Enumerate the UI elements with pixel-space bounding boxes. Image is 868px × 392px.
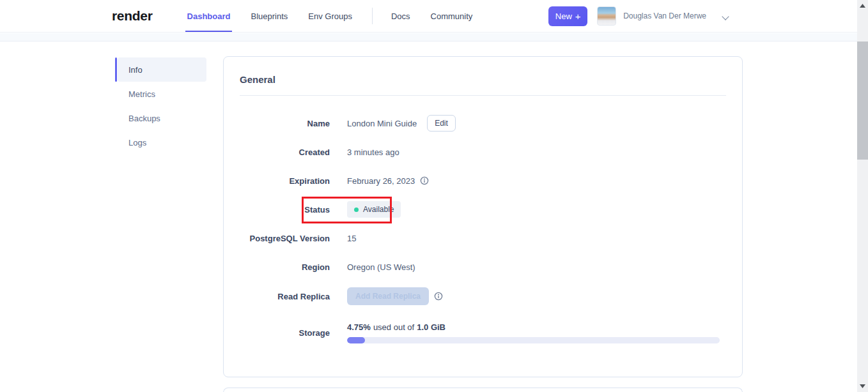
storage-connector-text: used out of bbox=[373, 322, 414, 332]
scrollbar-thumb[interactable] bbox=[857, 41, 868, 160]
nav-dashboard[interactable]: Dashboard bbox=[185, 0, 233, 32]
read-replica-value: Add Read Replica bbox=[347, 287, 443, 305]
postgres-version-label: PostgreSQL Version bbox=[240, 234, 330, 243]
card-title: General bbox=[240, 74, 742, 85]
region-row: Region Oregon (US West) bbox=[224, 259, 742, 275]
general-card: General Name London Mini Guide Edit Crea… bbox=[223, 56, 743, 377]
created-row: Created 3 minutes ago bbox=[224, 144, 742, 160]
storage-progress-bar bbox=[347, 337, 720, 343]
storage-row: Storage 4.75% used out of 1.0 GiB bbox=[224, 322, 742, 343]
read-replica-label: Read Replica bbox=[240, 292, 330, 301]
storage-block: 4.75% used out of 1.0 GiB bbox=[347, 322, 720, 343]
scroll-down-arrow-icon[interactable] bbox=[857, 381, 868, 391]
region-label: Region bbox=[240, 262, 330, 272]
storage-used-percent: 4.75% bbox=[347, 322, 371, 332]
nav-blueprints[interactable]: Blueprints bbox=[249, 0, 290, 32]
status-badge: Available bbox=[347, 201, 401, 218]
created-label: Created bbox=[240, 147, 330, 157]
next-card-peek bbox=[223, 388, 743, 392]
sidebar-item-logs[interactable]: Logs bbox=[118, 130, 206, 155]
chevron-down-icon[interactable] bbox=[723, 13, 729, 19]
info-icon[interactable] bbox=[434, 292, 443, 301]
read-replica-row: Read Replica Add Read Replica bbox=[224, 287, 742, 305]
name-value: London Mini Guide Edit bbox=[347, 115, 456, 132]
info-rows: Name London Mini Guide Edit Created 3 mi… bbox=[224, 115, 742, 343]
postgres-version-value: 15 bbox=[347, 234, 356, 243]
expiration-value: February 26, 2023 bbox=[347, 176, 429, 186]
new-button[interactable]: New + bbox=[548, 6, 587, 26]
sidebar-item-backups[interactable]: Backups bbox=[118, 106, 206, 130]
expiration-date: February 26, 2023 bbox=[347, 176, 415, 186]
header-sub-strip bbox=[0, 33, 857, 41]
scroll-up-arrow-icon[interactable] bbox=[857, 1, 868, 11]
header-right: New + Douglas Van Der Merwe bbox=[548, 0, 729, 32]
render-logo[interactable]: render bbox=[112, 8, 153, 24]
edit-name-button[interactable]: Edit bbox=[427, 115, 456, 132]
storage-label: Storage bbox=[240, 328, 330, 338]
sidebar-item-info[interactable]: Info bbox=[118, 57, 206, 82]
status-dot-icon bbox=[354, 207, 359, 212]
top-nav: render Dashboard Blueprints Env Groups D… bbox=[0, 0, 857, 33]
status-label: Status bbox=[240, 205, 330, 215]
scrollbar[interactable] bbox=[857, 0, 868, 392]
nav-docs[interactable]: Docs bbox=[389, 0, 412, 32]
status-row: Status Available bbox=[224, 201, 742, 218]
add-read-replica-button[interactable]: Add Read Replica bbox=[347, 287, 429, 305]
status-badge-label: Available bbox=[363, 205, 394, 214]
sidebar-item-metrics[interactable]: Metrics bbox=[118, 82, 206, 106]
nav-divider bbox=[372, 8, 373, 24]
user-name[interactable]: Douglas Van Der Merwe bbox=[623, 11, 706, 20]
storage-usage-text: 4.75% used out of 1.0 GiB bbox=[347, 322, 720, 332]
storage-total: 1.0 GiB bbox=[417, 322, 446, 332]
info-icon[interactable] bbox=[420, 176, 429, 185]
expiration-label: Expiration bbox=[240, 176, 330, 186]
storage-progress-fill bbox=[347, 337, 365, 343]
expiration-row: Expiration February 26, 2023 bbox=[224, 172, 742, 189]
created-value: 3 minutes ago bbox=[347, 147, 399, 157]
region-value: Oregon (US West) bbox=[347, 262, 415, 272]
name-row: Name London Mini Guide Edit bbox=[224, 115, 742, 132]
status-value: Available bbox=[347, 201, 401, 218]
nav-env-groups[interactable]: Env Groups bbox=[306, 0, 354, 32]
sidebar: Info Metrics Backups Logs bbox=[118, 57, 206, 155]
plus-icon: + bbox=[575, 11, 581, 21]
nav-community[interactable]: Community bbox=[429, 0, 475, 32]
postgres-version-row: PostgreSQL Version 15 bbox=[224, 230, 742, 246]
name-label: Name bbox=[240, 119, 330, 128]
new-button-label: New bbox=[555, 11, 572, 21]
card-divider bbox=[240, 95, 726, 96]
main-nav: Dashboard Blueprints Env Groups Docs Com… bbox=[185, 0, 492, 32]
database-name: London Mini Guide bbox=[347, 119, 417, 128]
user-avatar[interactable] bbox=[597, 6, 616, 26]
